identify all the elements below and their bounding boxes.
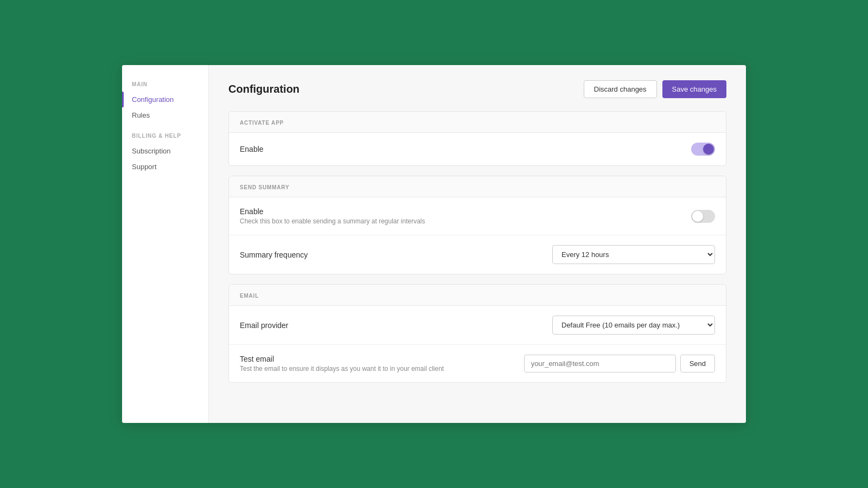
summary-enable-label: Enable	[240, 207, 425, 216]
send-summary-section: SEND SUMMARY Enable Check this box to en…	[228, 176, 726, 274]
activate-enable-row: Enable	[229, 133, 726, 165]
activate-app-section: ACTIVATE APP Enable	[228, 111, 726, 166]
activate-enable-toggle-track[interactable]	[691, 143, 715, 156]
app-window: MAIN Configuration Rules BILLING & HELP …	[122, 65, 746, 423]
sidebar-section-billing-label: BILLING & HELP	[122, 133, 208, 143]
summary-enable-toggle-thumb	[692, 211, 703, 222]
save-changes-button[interactable]: Save changes	[662, 80, 726, 98]
sidebar-item-support-label: Support	[132, 163, 157, 171]
activate-enable-toggle-thumb	[703, 144, 714, 155]
header-actions: Discard changes Save changes	[584, 80, 726, 98]
sidebar-item-subscription[interactable]: Subscription	[122, 143, 208, 159]
email-provider-row: Email provider Default Free (10 emails p…	[229, 306, 726, 345]
sidebar-section-billing: BILLING & HELP Subscription Support	[122, 133, 208, 175]
test-email-input-group: Send	[524, 355, 715, 373]
email-provider-select[interactable]: Default Free (10 emails per day max.) Se…	[552, 316, 715, 335]
sidebar-item-subscription-label: Subscription	[132, 147, 171, 155]
discard-changes-button[interactable]: Discard changes	[584, 80, 657, 98]
email-section: EMAIL Email provider Default Free (10 em…	[228, 284, 726, 383]
activate-app-section-header: ACTIVATE APP	[229, 112, 726, 133]
summary-frequency-select[interactable]: Every 6 hours Every 12 hours Every 24 ho…	[552, 245, 715, 264]
summary-enable-toggle[interactable]	[691, 210, 715, 223]
main-content: Configuration Discard changes Save chang…	[209, 65, 746, 423]
activate-enable-label-group: Enable	[240, 145, 264, 153]
email-provider-label: Email provider	[240, 321, 288, 330]
sidebar-section-main-label: MAIN	[122, 81, 208, 92]
summary-enable-toggle-track[interactable]	[691, 210, 715, 223]
sidebar-item-configuration[interactable]: Configuration	[122, 92, 208, 107]
test-email-label: Test email	[240, 355, 444, 363]
send-summary-section-header: SEND SUMMARY	[229, 176, 726, 197]
sidebar-item-rules[interactable]: Rules	[122, 107, 208, 123]
email-section-title: EMAIL	[240, 293, 259, 299]
activate-enable-toggle[interactable]	[691, 143, 715, 156]
page-title: Configuration	[228, 83, 299, 95]
summary-enable-description: Check this box to enable sending a summa…	[240, 217, 425, 225]
sidebar: MAIN Configuration Rules BILLING & HELP …	[122, 65, 209, 423]
send-test-email-button[interactable]: Send	[680, 355, 715, 373]
summary-enable-label-group: Enable Check this box to enable sending …	[240, 207, 425, 225]
activate-enable-label: Enable	[240, 145, 264, 153]
email-section-header: EMAIL	[229, 285, 726, 306]
sidebar-item-rules-label: Rules	[132, 111, 150, 119]
test-email-label-group: Test email Test the email to ensure it d…	[240, 355, 444, 373]
activate-app-section-title: ACTIVATE APP	[240, 120, 284, 126]
test-email-input[interactable]	[524, 355, 676, 373]
sidebar-item-support[interactable]: Support	[122, 159, 208, 175]
page-header: Configuration Discard changes Save chang…	[228, 80, 726, 98]
summary-frequency-label: Summary frequency	[240, 251, 308, 259]
sidebar-item-configuration-label: Configuration	[132, 95, 174, 104]
send-summary-section-title: SEND SUMMARY	[240, 184, 289, 190]
test-email-description: Test the email to ensure it displays as …	[240, 365, 444, 373]
summary-frequency-row: Summary frequency Every 6 hours Every 12…	[229, 235, 726, 274]
test-email-row: Test email Test the email to ensure it d…	[229, 345, 726, 382]
sidebar-section-main: MAIN Configuration Rules	[122, 81, 208, 123]
summary-enable-row: Enable Check this box to enable sending …	[229, 197, 726, 235]
